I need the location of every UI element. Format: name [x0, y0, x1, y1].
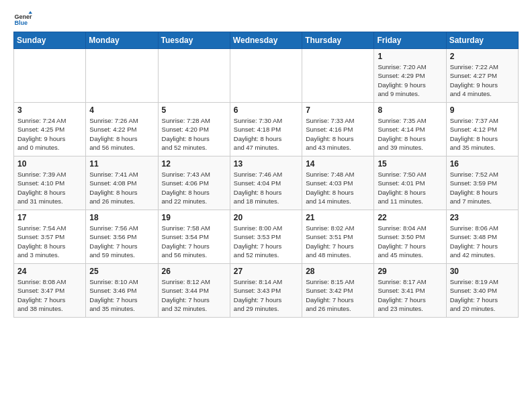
day-info: Sunrise: 7:50 AM Sunset: 4:01 PM Dayligh… [378, 170, 442, 205]
day-info: Sunrise: 7:43 AM Sunset: 4:06 PM Dayligh… [162, 170, 226, 205]
day-cell: 27Sunrise: 8:14 AM Sunset: 3:43 PM Dayli… [230, 264, 302, 318]
day-cell: 2Sunrise: 7:22 AM Sunset: 4:27 PM Daylig… [446, 49, 518, 103]
day-info: Sunrise: 7:37 AM Sunset: 4:12 PM Dayligh… [450, 116, 515, 152]
day-info: Sunrise: 8:06 AM Sunset: 3:48 PM Dayligh… [450, 224, 515, 259]
day-cell: 28Sunrise: 8:15 AM Sunset: 3:42 PM Dayli… [302, 264, 374, 318]
day-info: Sunrise: 8:14 AM Sunset: 3:43 PM Dayligh… [234, 277, 298, 313]
day-info: Sunrise: 7:33 AM Sunset: 4:16 PM Dayligh… [306, 116, 370, 152]
day-info: Sunrise: 8:12 AM Sunset: 3:44 PM Dayligh… [162, 277, 226, 313]
day-number: 6 [234, 105, 298, 115]
day-cell: 25Sunrise: 8:10 AM Sunset: 3:46 PM Dayli… [86, 264, 158, 318]
day-info: Sunrise: 7:20 AM Sunset: 4:29 PM Dayligh… [378, 62, 442, 98]
day-info: Sunrise: 7:52 AM Sunset: 3:59 PM Dayligh… [450, 170, 515, 205]
day-cell: 20Sunrise: 8:00 AM Sunset: 3:53 PM Dayli… [230, 210, 302, 264]
day-number: 10 [17, 159, 82, 169]
day-info: Sunrise: 8:19 AM Sunset: 3:40 PM Dayligh… [450, 277, 515, 313]
column-header-saturday: Saturday [446, 32, 518, 49]
day-cell: 21Sunrise: 8:02 AM Sunset: 3:51 PM Dayli… [302, 210, 374, 264]
day-cell: 14Sunrise: 7:48 AM Sunset: 4:03 PM Dayli… [302, 156, 374, 210]
day-info: Sunrise: 8:04 AM Sunset: 3:50 PM Dayligh… [378, 224, 442, 259]
day-number: 18 [89, 213, 154, 222]
day-cell: 12Sunrise: 7:43 AM Sunset: 4:06 PM Dayli… [158, 156, 230, 210]
day-cell [158, 49, 230, 103]
day-number: 13 [234, 159, 298, 169]
day-info: Sunrise: 7:26 AM Sunset: 4:22 PM Dayligh… [89, 116, 154, 152]
day-cell [86, 49, 158, 103]
day-info: Sunrise: 7:46 AM Sunset: 4:04 PM Dayligh… [234, 170, 298, 205]
day-cell: 29Sunrise: 8:17 AM Sunset: 3:41 PM Dayli… [374, 264, 446, 318]
logo-icon: General Blue [13, 10, 32, 29]
svg-text:Blue: Blue [14, 19, 28, 26]
day-number: 30 [450, 267, 515, 276]
day-cell: 16Sunrise: 7:52 AM Sunset: 3:59 PM Dayli… [446, 156, 518, 210]
day-cell [230, 49, 302, 103]
day-cell: 11Sunrise: 7:41 AM Sunset: 4:08 PM Dayli… [86, 156, 158, 210]
page: General Blue SundayMondayTuesdayWednesda… [0, 0, 532, 324]
calendar-table: SundayMondayTuesdayWednesdayThursdayFrid… [13, 32, 519, 318]
day-info: Sunrise: 8:17 AM Sunset: 3:41 PM Dayligh… [378, 277, 442, 313]
day-number: 7 [306, 105, 370, 115]
column-header-tuesday: Tuesday [158, 32, 230, 49]
day-cell: 17Sunrise: 7:54 AM Sunset: 3:57 PM Dayli… [14, 210, 86, 264]
day-number: 19 [162, 213, 226, 222]
day-info: Sunrise: 8:10 AM Sunset: 3:46 PM Dayligh… [89, 277, 154, 313]
week-row-3: 10Sunrise: 7:39 AM Sunset: 4:10 PM Dayli… [14, 156, 519, 210]
svg-marker-2 [28, 11, 32, 13]
column-header-wednesday: Wednesday [230, 32, 302, 49]
day-number: 20 [234, 213, 298, 222]
day-number: 27 [234, 267, 298, 276]
day-number: 2 [450, 52, 515, 61]
day-number: 26 [162, 267, 226, 276]
day-number: 3 [17, 105, 82, 115]
week-row-4: 17Sunrise: 7:54 AM Sunset: 3:57 PM Dayli… [14, 210, 519, 264]
week-row-1: 1Sunrise: 7:20 AM Sunset: 4:29 PM Daylig… [14, 49, 519, 103]
column-header-friday: Friday [374, 32, 446, 49]
day-number: 9 [450, 105, 515, 115]
day-cell: 7Sunrise: 7:33 AM Sunset: 4:16 PM Daylig… [302, 103, 374, 156]
day-number: 4 [89, 105, 154, 115]
day-number: 28 [306, 267, 370, 276]
header-row: SundayMondayTuesdayWednesdayThursdayFrid… [14, 32, 519, 49]
day-cell: 6Sunrise: 7:30 AM Sunset: 4:18 PM Daylig… [230, 103, 302, 156]
day-cell: 24Sunrise: 8:08 AM Sunset: 3:47 PM Dayli… [14, 264, 86, 318]
day-number: 25 [89, 267, 154, 276]
day-number: 1 [378, 52, 442, 61]
day-number: 23 [450, 213, 515, 222]
day-number: 5 [162, 105, 226, 115]
day-cell: 9Sunrise: 7:37 AM Sunset: 4:12 PM Daylig… [446, 103, 518, 156]
day-cell: 22Sunrise: 8:04 AM Sunset: 3:50 PM Dayli… [374, 210, 446, 264]
day-cell: 8Sunrise: 7:35 AM Sunset: 4:14 PM Daylig… [374, 103, 446, 156]
day-cell: 19Sunrise: 7:58 AM Sunset: 3:54 PM Dayli… [158, 210, 230, 264]
column-header-sunday: Sunday [14, 32, 86, 49]
day-info: Sunrise: 7:22 AM Sunset: 4:27 PM Dayligh… [450, 62, 515, 98]
day-cell: 18Sunrise: 7:56 AM Sunset: 3:56 PM Dayli… [86, 210, 158, 264]
day-cell: 30Sunrise: 8:19 AM Sunset: 3:40 PM Dayli… [446, 264, 518, 318]
day-number: 8 [378, 105, 442, 115]
column-header-monday: Monday [86, 32, 158, 49]
week-row-5: 24Sunrise: 8:08 AM Sunset: 3:47 PM Dayli… [14, 264, 519, 318]
day-cell [302, 49, 374, 103]
day-number: 17 [17, 213, 82, 222]
day-info: Sunrise: 7:28 AM Sunset: 4:20 PM Dayligh… [162, 116, 226, 152]
svg-text:General: General [14, 13, 32, 20]
day-cell: 5Sunrise: 7:28 AM Sunset: 4:20 PM Daylig… [158, 103, 230, 156]
day-cell: 13Sunrise: 7:46 AM Sunset: 4:04 PM Dayli… [230, 156, 302, 210]
day-number: 24 [17, 267, 82, 276]
day-info: Sunrise: 7:41 AM Sunset: 4:08 PM Dayligh… [89, 170, 154, 205]
day-number: 11 [89, 159, 154, 169]
day-cell: 10Sunrise: 7:39 AM Sunset: 4:10 PM Dayli… [14, 156, 86, 210]
day-info: Sunrise: 7:24 AM Sunset: 4:25 PM Dayligh… [17, 116, 82, 152]
day-number: 14 [306, 159, 370, 169]
day-info: Sunrise: 8:08 AM Sunset: 3:47 PM Dayligh… [17, 277, 82, 313]
day-info: Sunrise: 7:56 AM Sunset: 3:56 PM Dayligh… [89, 224, 154, 259]
day-info: Sunrise: 7:54 AM Sunset: 3:57 PM Dayligh… [17, 224, 82, 259]
day-cell: 1Sunrise: 7:20 AM Sunset: 4:29 PM Daylig… [374, 49, 446, 103]
day-number: 22 [378, 213, 442, 222]
day-cell: 26Sunrise: 8:12 AM Sunset: 3:44 PM Dayli… [158, 264, 230, 318]
day-info: Sunrise: 7:48 AM Sunset: 4:03 PM Dayligh… [306, 170, 370, 205]
day-cell: 3Sunrise: 7:24 AM Sunset: 4:25 PM Daylig… [14, 103, 86, 156]
day-info: Sunrise: 7:30 AM Sunset: 4:18 PM Dayligh… [234, 116, 298, 152]
week-row-2: 3Sunrise: 7:24 AM Sunset: 4:25 PM Daylig… [14, 103, 519, 156]
day-number: 12 [162, 159, 226, 169]
column-header-thursday: Thursday [302, 32, 374, 49]
